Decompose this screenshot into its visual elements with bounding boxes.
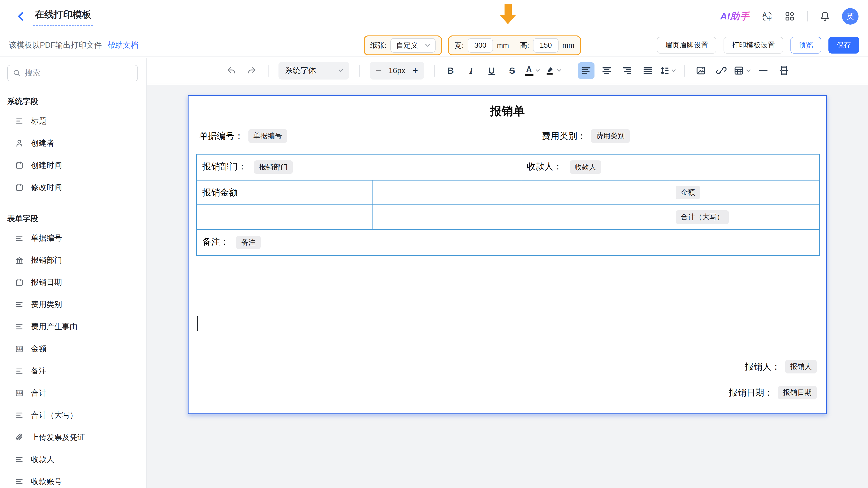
insert-table-icon[interactable] [734, 62, 751, 79]
empty-cell[interactable] [372, 205, 521, 229]
apps-grid-icon[interactable] [784, 11, 796, 22]
print-template-settings-button[interactable]: 打印模板设置 [723, 37, 783, 53]
bill-no-label: 单据编号： [199, 130, 243, 142]
total-caps-field-chip[interactable]: 合计（大写） [676, 210, 729, 224]
height-label: 高: [520, 40, 529, 50]
sidebar-item-label: 报销日期 [31, 277, 62, 288]
field-sidebar: 搜索 系统字段标题创建者创建时间修改时间表单字段单据编号报销部门报销日期费用类别… [0, 58, 147, 488]
sidebar-item[interactable]: 收款人 [0, 449, 146, 470]
number-icon [15, 345, 24, 353]
remark-cell[interactable]: 备注： 备注 [196, 229, 819, 255]
avatar[interactable]: 英 [842, 8, 859, 25]
dept-field-chip[interactable]: 报销部门 [254, 160, 293, 174]
bold-button[interactable]: B [442, 62, 459, 79]
sidebar-item-label: 标题 [31, 116, 46, 126]
sidebar-item-label: 备注 [31, 366, 46, 376]
amount-cell[interactable]: 金额 [670, 180, 819, 205]
page-title-wrap[interactable]: 在线打印模板 [33, 7, 93, 26]
sidebar-item[interactable]: 上传发票及凭证 [0, 426, 146, 449]
payee-cell[interactable]: 收款人： 收款人 [521, 154, 819, 180]
paper-size-box: 纸张: 自定义 [364, 35, 442, 55]
preview-button[interactable]: 预览 [790, 37, 821, 53]
sidebar-item-label: 合计（大写） [31, 410, 78, 420]
align-left-button[interactable] [578, 62, 594, 79]
calendar-icon [15, 183, 24, 192]
sidebar-item[interactable]: 金额 [0, 338, 146, 360]
font-color-button[interactable]: A [524, 62, 541, 79]
translate-icon[interactable] [761, 11, 773, 22]
horizontal-rule-icon[interactable] [755, 62, 772, 79]
underline-button[interactable]: U [483, 62, 500, 79]
search-input[interactable]: 搜索 [7, 65, 138, 81]
sidebar-item[interactable]: 创建者 [0, 132, 146, 154]
payee-field-chip[interactable]: 收款人 [569, 160, 601, 174]
line-height-button[interactable] [660, 62, 676, 79]
ai-assistant-button[interactable]: AI助手 [720, 10, 749, 23]
amount-title-cell[interactable]: 报销金额 [196, 180, 372, 205]
total-caps-cell[interactable]: 合计（大写） [670, 205, 819, 229]
sidebar-item-label: 收款账号 [31, 477, 62, 487]
undo-icon[interactable] [223, 62, 240, 79]
sidebar-item[interactable]: 修改时间 [0, 176, 146, 199]
sidebar-item[interactable]: 合计（大写） [0, 404, 146, 426]
sidebar-item[interactable]: 费用类别 [0, 293, 146, 316]
width-input[interactable]: 300 [468, 38, 493, 53]
font-size-increase-button[interactable]: + [412, 66, 418, 75]
number-icon [15, 389, 24, 397]
notification-bell-icon[interactable] [819, 11, 831, 22]
align-right-button[interactable] [619, 62, 636, 79]
save-button[interactable]: 保存 [829, 37, 859, 53]
highlight-color-button[interactable] [545, 62, 562, 79]
user-icon [15, 139, 24, 148]
sidebar-item[interactable]: 标题 [0, 110, 146, 132]
font-size-decrease-button[interactable]: − [376, 66, 381, 75]
strikethrough-button[interactable]: S [504, 62, 520, 79]
help-doc-link[interactable]: 帮助文档 [107, 40, 138, 51]
font-size-value[interactable]: 16px [389, 66, 405, 75]
document-title[interactable]: 报销单 [188, 103, 826, 119]
sidebar-item[interactable]: 报销日期 [0, 271, 146, 293]
sidebar-item-label: 收款人 [31, 454, 54, 465]
font-family-select[interactable]: 系统字体 [278, 62, 349, 79]
redo-icon[interactable] [243, 62, 260, 79]
sidebar-item[interactable]: 收款账号 [0, 470, 146, 488]
insert-link-icon[interactable] [713, 62, 730, 79]
italic-button[interactable]: I [463, 62, 479, 79]
sidebar-item[interactable]: 单据编号 [0, 227, 146, 249]
claim-date-field-chip[interactable]: 报销日期 [778, 386, 817, 399]
expense-table[interactable]: 报销部门： 报销部门 收款人： 收款人 报销金额 金额 [196, 154, 819, 256]
empty-cell[interactable] [521, 205, 670, 229]
empty-cell[interactable] [196, 205, 372, 229]
sidebar-item[interactable]: 创建时间 [0, 154, 146, 176]
remark-field-chip[interactable]: 备注 [236, 236, 260, 249]
amount-field-chip[interactable]: 金额 [676, 186, 700, 199]
align-center-button[interactable] [598, 62, 615, 79]
sidebar-item[interactable]: 费用产生事由 [0, 316, 146, 338]
align-justify-button[interactable] [640, 62, 656, 79]
page-break-icon[interactable] [776, 62, 792, 79]
bill-no-field-chip[interactable]: 单据编号 [248, 129, 287, 142]
back-button[interactable] [16, 11, 26, 22]
empty-cell[interactable] [521, 180, 670, 205]
top-right-cluster: AI助手 英 [720, 8, 859, 25]
expense-type-field-chip[interactable]: 费用类别 [591, 129, 630, 142]
font-size-control: − 16px + [370, 62, 424, 79]
empty-cell[interactable] [372, 180, 521, 205]
header-footer-settings-button[interactable]: 眉页眉脚设置 [657, 37, 717, 53]
text-lines-icon [15, 455, 24, 464]
sidebar-item[interactable]: 合计 [0, 382, 146, 404]
sidebar-item[interactable]: 报销部门 [0, 249, 146, 271]
claimant-label: 报销人： [745, 361, 780, 373]
editor-canvas[interactable]: 报销单 单据编号： 单据编号 费用类别： 费用类别 报销部门： 报销部门 收款人… [147, 85, 868, 488]
dept-cell[interactable]: 报销部门： 报销部门 [196, 154, 521, 180]
sidebar-item[interactable]: 备注 [0, 360, 146, 382]
document-page[interactable]: 报销单 单据编号： 单据编号 费用类别： 费用类别 报销部门： 报销部门 收款人… [188, 95, 827, 414]
height-input[interactable]: 150 [533, 38, 559, 53]
insert-image-icon[interactable] [692, 62, 709, 79]
claimant-field-chip[interactable]: 报销人 [785, 360, 817, 373]
width-unit: mm [497, 41, 509, 50]
paper-size-select[interactable]: 自定义 [391, 38, 436, 53]
expense-type-row: 费用类别： 费用类别 [542, 129, 630, 142]
paper-dimensions-box: 宽: 300 mm 高: 150 mm [448, 35, 581, 55]
text-lines-icon [15, 300, 24, 309]
